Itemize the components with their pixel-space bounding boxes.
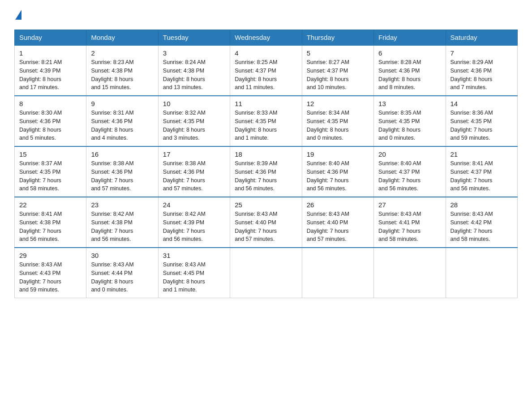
calendar-week-row: 8 Sunrise: 8:30 AMSunset: 4:36 PMDayligh… [15, 96, 518, 146]
calendar-day-cell: 1 Sunrise: 8:21 AMSunset: 4:39 PMDayligh… [15, 45, 86, 96]
calendar-day-cell: 9 Sunrise: 8:31 AMSunset: 4:36 PMDayligh… [86, 96, 158, 146]
day-number: 27 [378, 201, 441, 209]
calendar-day-cell: 4 Sunrise: 8:25 AMSunset: 4:37 PMDayligh… [230, 45, 302, 96]
calendar-day-cell: 25 Sunrise: 8:43 AMSunset: 4:40 PMDaylig… [230, 197, 302, 248]
day-info: Sunrise: 8:38 AMSunset: 4:36 PMDaylight:… [91, 160, 133, 192]
day-info: Sunrise: 8:38 AMSunset: 4:36 PMDaylight:… [163, 160, 206, 192]
calendar-day-cell [374, 248, 446, 298]
day-info: Sunrise: 8:43 AMSunset: 4:45 PMDaylight:… [163, 261, 206, 293]
weekday-header-friday: Friday [374, 30, 446, 46]
calendar-day-cell: 8 Sunrise: 8:30 AMSunset: 4:36 PMDayligh… [15, 96, 86, 146]
logo [14, 11, 21, 21]
calendar-week-row: 22 Sunrise: 8:41 AMSunset: 4:38 PMDaylig… [15, 197, 518, 248]
day-number: 17 [163, 150, 225, 158]
calendar-day-cell: 13 Sunrise: 8:35 AMSunset: 4:35 PMDaylig… [374, 96, 446, 146]
calendar-day-cell [446, 248, 517, 298]
day-number: 3 [163, 49, 225, 57]
calendar-day-cell: 12 Sunrise: 8:34 AMSunset: 4:35 PMDaylig… [302, 96, 373, 146]
day-number: 12 [307, 100, 369, 107]
day-info: Sunrise: 8:40 AMSunset: 4:36 PMDaylight:… [307, 160, 349, 192]
weekday-header-row: SundayMondayTuesdayWednesdayThursdayFrid… [15, 30, 518, 46]
day-info: Sunrise: 8:43 AMSunset: 4:40 PMDaylight:… [235, 211, 277, 242]
calendar-day-cell: 3 Sunrise: 8:24 AMSunset: 4:38 PMDayligh… [158, 45, 230, 96]
calendar-day-cell [302, 248, 373, 298]
day-number: 8 [19, 100, 82, 107]
calendar-day-cell: 5 Sunrise: 8:27 AMSunset: 4:37 PMDayligh… [302, 45, 373, 96]
day-number: 7 [450, 49, 513, 57]
day-info: Sunrise: 8:31 AMSunset: 4:36 PMDaylight:… [91, 110, 133, 141]
day-info: Sunrise: 8:41 AMSunset: 4:37 PMDaylight:… [450, 160, 493, 192]
day-info: Sunrise: 8:33 AMSunset: 4:35 PMDaylight:… [235, 110, 277, 141]
calendar-day-cell: 18 Sunrise: 8:39 AMSunset: 4:36 PMDaylig… [230, 146, 302, 197]
day-number: 26 [307, 201, 369, 209]
calendar-day-cell: 2 Sunrise: 8:23 AMSunset: 4:38 PMDayligh… [86, 45, 158, 96]
calendar-week-row: 1 Sunrise: 8:21 AMSunset: 4:39 PMDayligh… [15, 45, 518, 96]
day-number: 23 [91, 201, 153, 209]
day-info: Sunrise: 8:21 AMSunset: 4:39 PMDaylight:… [19, 59, 62, 90]
weekday-header-tuesday: Tuesday [158, 30, 230, 46]
day-info: Sunrise: 8:28 AMSunset: 4:36 PMDaylight:… [378, 59, 421, 90]
day-info: Sunrise: 8:24 AMSunset: 4:38 PMDaylight:… [163, 59, 206, 90]
day-info: Sunrise: 8:29 AMSunset: 4:36 PMDaylight:… [450, 59, 493, 90]
weekday-header-thursday: Thursday [302, 30, 373, 46]
calendar-day-cell: 27 Sunrise: 8:43 AMSunset: 4:41 PMDaylig… [374, 197, 446, 248]
weekday-header-wednesday: Wednesday [230, 30, 302, 46]
day-number: 18 [235, 150, 297, 158]
calendar-table: SundayMondayTuesdayWednesdayThursdayFrid… [14, 30, 518, 298]
day-number: 6 [378, 49, 441, 57]
day-number: 2 [91, 49, 153, 57]
day-number: 24 [163, 201, 225, 209]
day-number: 15 [19, 150, 82, 158]
day-number: 16 [91, 150, 153, 158]
day-info: Sunrise: 8:42 AMSunset: 4:39 PMDaylight:… [163, 211, 206, 242]
calendar-day-cell: 14 Sunrise: 8:36 AMSunset: 4:35 PMDaylig… [446, 96, 517, 146]
day-number: 29 [19, 252, 82, 259]
day-info: Sunrise: 8:40 AMSunset: 4:37 PMDaylight:… [378, 160, 421, 192]
calendar-day-cell: 11 Sunrise: 8:33 AMSunset: 4:35 PMDaylig… [230, 96, 302, 146]
day-info: Sunrise: 8:43 AMSunset: 4:43 PMDaylight:… [19, 261, 62, 293]
calendar-day-cell: 15 Sunrise: 8:37 AMSunset: 4:35 PMDaylig… [15, 146, 86, 197]
day-number: 22 [19, 201, 82, 209]
day-info: Sunrise: 8:27 AMSunset: 4:37 PMDaylight:… [307, 59, 349, 90]
calendar-day-cell: 26 Sunrise: 8:43 AMSunset: 4:40 PMDaylig… [302, 197, 373, 248]
day-number: 10 [163, 100, 225, 107]
day-info: Sunrise: 8:35 AMSunset: 4:35 PMDaylight:… [378, 110, 421, 141]
calendar-day-cell: 29 Sunrise: 8:43 AMSunset: 4:43 PMDaylig… [15, 248, 86, 298]
weekday-header-saturday: Saturday [446, 30, 517, 46]
calendar-day-cell [230, 248, 302, 298]
day-info: Sunrise: 8:43 AMSunset: 4:41 PMDaylight:… [378, 211, 421, 242]
day-number: 25 [235, 201, 297, 209]
calendar-day-cell: 31 Sunrise: 8:43 AMSunset: 4:45 PMDaylig… [158, 248, 230, 298]
page-header [14, 11, 518, 21]
calendar-day-cell: 30 Sunrise: 8:43 AMSunset: 4:44 PMDaylig… [86, 248, 158, 298]
day-number: 9 [91, 100, 153, 107]
day-info: Sunrise: 8:43 AMSunset: 4:44 PMDaylight:… [91, 261, 133, 293]
day-info: Sunrise: 8:42 AMSunset: 4:38 PMDaylight:… [91, 211, 133, 242]
calendar-day-cell: 19 Sunrise: 8:40 AMSunset: 4:36 PMDaylig… [302, 146, 373, 197]
calendar-day-cell: 22 Sunrise: 8:41 AMSunset: 4:38 PMDaylig… [15, 197, 86, 248]
calendar-day-cell: 23 Sunrise: 8:42 AMSunset: 4:38 PMDaylig… [86, 197, 158, 248]
calendar-day-cell: 28 Sunrise: 8:43 AMSunset: 4:42 PMDaylig… [446, 197, 517, 248]
day-number: 13 [378, 100, 441, 107]
day-number: 11 [235, 100, 297, 107]
calendar-day-cell: 16 Sunrise: 8:38 AMSunset: 4:36 PMDaylig… [86, 146, 158, 197]
calendar-day-cell: 24 Sunrise: 8:42 AMSunset: 4:39 PMDaylig… [158, 197, 230, 248]
calendar-week-row: 29 Sunrise: 8:43 AMSunset: 4:43 PMDaylig… [15, 248, 518, 298]
calendar-week-row: 15 Sunrise: 8:37 AMSunset: 4:35 PMDaylig… [15, 146, 518, 197]
calendar-day-cell: 17 Sunrise: 8:38 AMSunset: 4:36 PMDaylig… [158, 146, 230, 197]
day-info: Sunrise: 8:37 AMSunset: 4:35 PMDaylight:… [19, 160, 62, 192]
logo-triangle-icon [15, 10, 21, 20]
calendar-day-cell: 21 Sunrise: 8:41 AMSunset: 4:37 PMDaylig… [446, 146, 517, 197]
day-number: 5 [307, 49, 369, 57]
day-number: 28 [450, 201, 513, 209]
day-info: Sunrise: 8:23 AMSunset: 4:38 PMDaylight:… [91, 59, 133, 90]
weekday-header-sunday: Sunday [15, 30, 86, 46]
day-info: Sunrise: 8:30 AMSunset: 4:36 PMDaylight:… [19, 110, 62, 141]
day-info: Sunrise: 8:25 AMSunset: 4:37 PMDaylight:… [235, 59, 277, 90]
day-info: Sunrise: 8:43 AMSunset: 4:40 PMDaylight:… [307, 211, 349, 242]
calendar-day-cell: 10 Sunrise: 8:32 AMSunset: 4:35 PMDaylig… [158, 96, 230, 146]
day-info: Sunrise: 8:43 AMSunset: 4:42 PMDaylight:… [450, 211, 493, 242]
day-number: 19 [307, 150, 369, 158]
calendar-day-cell: 7 Sunrise: 8:29 AMSunset: 4:36 PMDayligh… [446, 45, 517, 96]
day-number: 14 [450, 100, 513, 107]
